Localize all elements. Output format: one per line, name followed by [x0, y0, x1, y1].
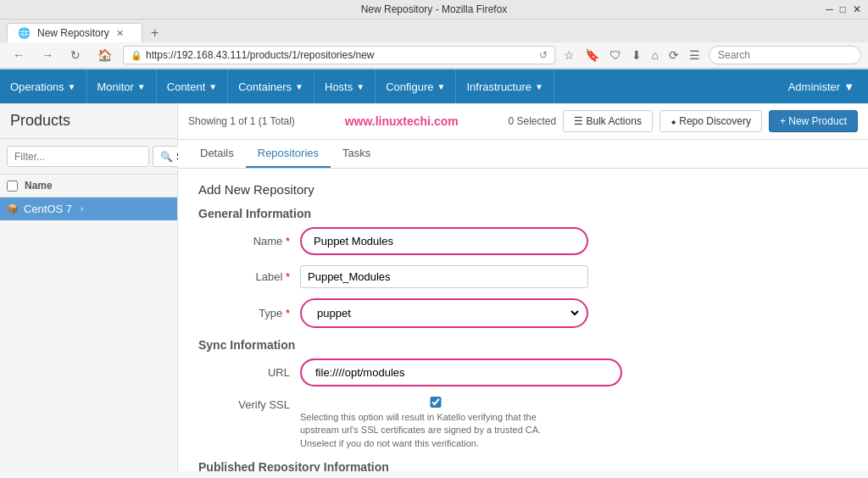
verify-ssl-text: Selecting this option will result in Kat…: [300, 411, 571, 450]
repo-discovery-label: Repo Discovery: [679, 115, 751, 127]
tab-details[interactable]: Details: [188, 140, 246, 168]
published-section-title: Published Repository Information: [198, 460, 848, 471]
nav-item-content[interactable]: Content ▼: [157, 69, 228, 103]
reload-icon[interactable]: ↺: [539, 49, 548, 61]
filter-input[interactable]: [7, 146, 149, 167]
nav-item-containers[interactable]: Containers ▼: [228, 69, 314, 103]
name-input[interactable]: [307, 231, 581, 252]
shield-icon[interactable]: 🛡: [606, 47, 625, 64]
repo-discovery-button[interactable]: ⬥ Repo Discovery: [659, 110, 762, 132]
product-item-icon: 📦: [7, 203, 19, 214]
tabs: Details Repositories Tasks: [178, 140, 868, 169]
product-list-header: Name: [0, 175, 177, 197]
refresh-button[interactable]: ↻: [64, 46, 86, 64]
nav-item-infrastructure[interactable]: Infrastructure ▼: [456, 69, 554, 103]
search-icon: 🔍: [160, 151, 173, 163]
minimize-btn[interactable]: ─: [826, 3, 833, 15]
lock-icon: 🔒: [131, 50, 142, 61]
nav-item-monitor[interactable]: Monitor ▼: [87, 69, 157, 103]
add-repo-title: Add New Repository: [198, 182, 848, 197]
tab-tasks[interactable]: Tasks: [331, 140, 382, 168]
download-icon[interactable]: ⬇: [628, 47, 645, 64]
url-bar-container: 🔒 ↺: [123, 46, 555, 64]
caret-infrastructure: ▼: [535, 82, 543, 92]
label-form-group: Label: [198, 265, 848, 288]
browser-tab[interactable]: 🌐 New Repository ✕: [7, 23, 142, 42]
browser-chrome: New Repository - Mozilla Firefox ─ □ ✕ 🌐…: [0, 0, 868, 69]
nav-item-operations[interactable]: Operations ▼: [0, 69, 87, 103]
top-bar: Showing 1 of 1 (1 Total) www.linuxtechi.…: [178, 103, 868, 140]
caret-containers: ▼: [295, 82, 303, 92]
caret-content: ▼: [209, 82, 217, 92]
name-label: Name: [198, 235, 300, 247]
tab-tasks-label: Tasks: [342, 147, 370, 159]
nav-label-infrastructure: Infrastructure: [466, 81, 531, 93]
new-product-button[interactable]: + New Product: [769, 110, 858, 132]
nav-label-content: Content: [167, 81, 206, 93]
tab-close-icon[interactable]: ✕: [116, 28, 124, 39]
bulk-actions-button[interactable]: ☰ Bulk Actions: [563, 110, 653, 132]
selected-count: 0 Selected: [508, 115, 556, 127]
bookmark-icon[interactable]: 🔖: [581, 47, 603, 64]
nav-label-containers: Containers: [238, 81, 292, 93]
nav-icons: ☆ 🔖 🛡 ⬇ ⌂ ⟳ ☰: [560, 47, 704, 64]
bulk-actions-label: Bulk Actions: [587, 115, 642, 127]
nav-item-hosts[interactable]: Hosts ▼: [314, 69, 376, 103]
new-tab-button[interactable]: +: [146, 24, 164, 42]
home-nav-icon[interactable]: ⌂: [648, 47, 662, 64]
nav-item-configure[interactable]: Configure ▼: [376, 69, 456, 103]
back-button[interactable]: ←: [7, 46, 31, 64]
type-label: Type: [198, 307, 300, 320]
caret-monitor: ▼: [137, 82, 146, 92]
nav-label-administer: Administer: [788, 81, 840, 93]
bookmark-star-icon[interactable]: ☆: [560, 47, 578, 64]
content-area: Showing 1 of 1 (1 Total) www.linuxtechi.…: [178, 103, 868, 471]
browser-search-input[interactable]: [709, 46, 861, 64]
select-all-checkbox[interactable]: [7, 181, 18, 192]
window-title: New Repository - Mozilla Firefox: [361, 3, 508, 15]
verify-ssl-label: Verify SSL: [198, 397, 300, 411]
product-item-name: CentOS 7: [24, 203, 72, 215]
showing-text: Showing 1 of 1 (1 Total): [188, 115, 295, 127]
url-bar[interactable]: [146, 49, 536, 61]
top-bar-right: 0 Selected ☰ Bulk Actions ⬥ Repo Discove…: [508, 110, 858, 132]
url-input[interactable]: [309, 362, 597, 383]
refresh-nav-icon[interactable]: ⟳: [665, 47, 682, 64]
title-bar: New Repository - Mozilla Firefox ─ □ ✕: [0, 0, 868, 19]
nav-label-monitor: Monitor: [97, 81, 134, 93]
product-list-item[interactable]: 📦 CentOS 7 ›: [0, 197, 177, 220]
watermark: www.linuxtechi.com: [345, 114, 459, 128]
label-input[interactable]: [300, 265, 588, 288]
products-section: Products 🔍 Search ▼ Name 📦 CentOS 7 ›: [0, 103, 178, 471]
new-product-label: + New Product: [780, 115, 847, 127]
type-select[interactable]: yum puppet docker ostree file: [307, 302, 581, 325]
maximize-btn[interactable]: □: [840, 3, 846, 15]
tab-label: New Repository: [37, 27, 109, 39]
col-name-header: Name: [25, 180, 53, 192]
tab-bar: 🌐 New Repository ✕ +: [0, 19, 868, 42]
nav-label-hosts: Hosts: [325, 81, 353, 93]
app-nav: Operations ▼ Monitor ▼ Content ▼ Contain…: [0, 69, 868, 103]
tab-repositories-label: Repositories: [258, 147, 319, 159]
tab-repositories[interactable]: Repositories: [246, 140, 331, 168]
nav-label-operations: Operations: [10, 81, 64, 93]
products-filter: 🔍 Search ▼: [0, 139, 177, 175]
main-layout: Products 🔍 Search ▼ Name 📦 CentOS 7 › Sh…: [0, 103, 868, 471]
app-nav-left: Operations ▼ Monitor ▼ Content ▼ Contain…: [0, 69, 554, 103]
tab-details-label: Details: [200, 147, 234, 159]
sync-section-title: Sync Information: [198, 338, 848, 352]
nav-item-administer[interactable]: Administer ▼: [775, 81, 868, 93]
home-button[interactable]: 🏠: [92, 46, 118, 64]
verify-ssl-content: Selecting this option will result in Kat…: [300, 397, 571, 450]
type-form-group: Type yum puppet docker ostree file: [198, 298, 848, 328]
verify-ssl-checkbox[interactable]: [300, 397, 571, 408]
close-btn[interactable]: ✕: [853, 3, 861, 15]
caret-configure: ▼: [437, 82, 446, 92]
url-label: URL: [198, 366, 300, 379]
name-form-group: Name: [198, 227, 848, 255]
general-section-title: General Information: [198, 207, 848, 220]
forward-button[interactable]: →: [36, 46, 59, 64]
form-area: Add New Repository General Information N…: [178, 169, 868, 471]
products-title: Products: [0, 103, 177, 139]
menu-icon[interactable]: ☰: [686, 47, 704, 64]
